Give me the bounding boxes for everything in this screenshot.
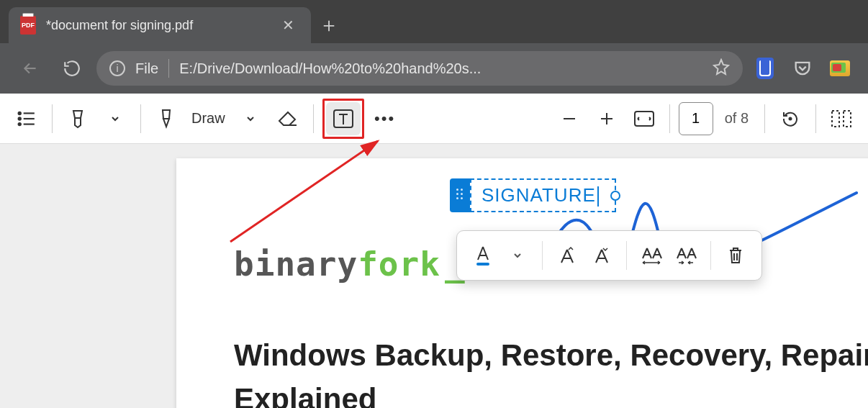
decrease-spacing-button[interactable] [670, 239, 702, 272]
text-annotation[interactable]: SIGNATURE [450, 178, 616, 212]
svg-point-4 [19, 122, 21, 124]
eraser-button[interactable] [271, 102, 304, 135]
extension-pocket-icon[interactable] [787, 53, 818, 83]
page-number-input[interactable] [679, 102, 713, 135]
pdf-toolbar: Draw ••• of 8 [0, 94, 868, 144]
address-path: E:/Drive/Download/How%20to%20hand%20s... [179, 60, 702, 77]
text-color-dropdown[interactable] [502, 239, 533, 272]
draw-label: Draw [191, 110, 225, 127]
new-tab-button[interactable]: ＋ [311, 7, 347, 43]
text-annotation-input[interactable]: SIGNATURE [470, 178, 616, 212]
extension-folder-icon[interactable] [825, 53, 855, 83]
text-annotation-drag-handle[interactable] [450, 178, 470, 212]
svg-point-2 [19, 117, 21, 119]
text-color-button[interactable] [467, 239, 499, 272]
browser-tab[interactable]: PDF *document for signing.pdf ✕ [9, 7, 311, 43]
draw-pen-button[interactable] [150, 102, 183, 135]
highlighter-button[interactable] [61, 102, 94, 135]
refresh-button[interactable] [55, 51, 89, 86]
zoom-out-button[interactable] [553, 102, 586, 135]
address-separator [168, 59, 169, 78]
highlighter-dropdown[interactable] [99, 102, 132, 135]
text-annotation-resize-handle[interactable] [610, 191, 620, 201]
browser-titlebar: PDF *document for signing.pdf ✕ ＋ [0, 0, 868, 43]
tab-title: *document for signing.pdf [46, 18, 268, 33]
decrease-font-size-button[interactable] [586, 239, 618, 272]
text-format-toolbar [456, 230, 762, 281]
address-bar[interactable]: i File E:/Drive/Download/How%20to%20hand… [96, 51, 743, 86]
more-tools-button[interactable]: ••• [369, 102, 402, 135]
svg-rect-11 [635, 112, 654, 126]
fit-width-button[interactable] [628, 102, 661, 135]
svg-rect-14 [844, 111, 851, 127]
zoom-in-button[interactable] [590, 102, 623, 135]
svg-rect-16 [476, 263, 489, 266]
delete-text-button[interactable] [720, 239, 751, 272]
page-total-label: of 8 [725, 110, 749, 127]
svg-point-12 [790, 117, 792, 119]
increase-font-size-button[interactable] [551, 239, 583, 272]
extension-password-manager-icon[interactable] [750, 53, 780, 83]
add-text-button[interactable] [326, 102, 361, 135]
document-heading: Windows Backup, Restore, Recovery, Repai… [234, 334, 868, 408]
table-of-contents-button[interactable] [10, 102, 43, 135]
back-button[interactable] [13, 51, 48, 86]
address-scheme: File [135, 60, 158, 77]
add-text-button-highlight [322, 99, 364, 139]
draw-dropdown[interactable] [234, 102, 267, 135]
page-view-button[interactable] [825, 102, 858, 135]
browser-navbar: i File E:/Drive/Download/How%20to%20hand… [0, 43, 868, 94]
tab-close-button[interactable]: ✕ [278, 17, 298, 34]
increase-spacing-button[interactable] [636, 239, 667, 272]
svg-point-0 [19, 112, 21, 114]
site-info-icon[interactable]: i [109, 60, 125, 76]
svg-rect-13 [832, 111, 839, 127]
rotate-button[interactable] [774, 102, 807, 135]
pdf-file-icon: PDF [20, 16, 36, 35]
favorite-button[interactable] [713, 58, 730, 79]
